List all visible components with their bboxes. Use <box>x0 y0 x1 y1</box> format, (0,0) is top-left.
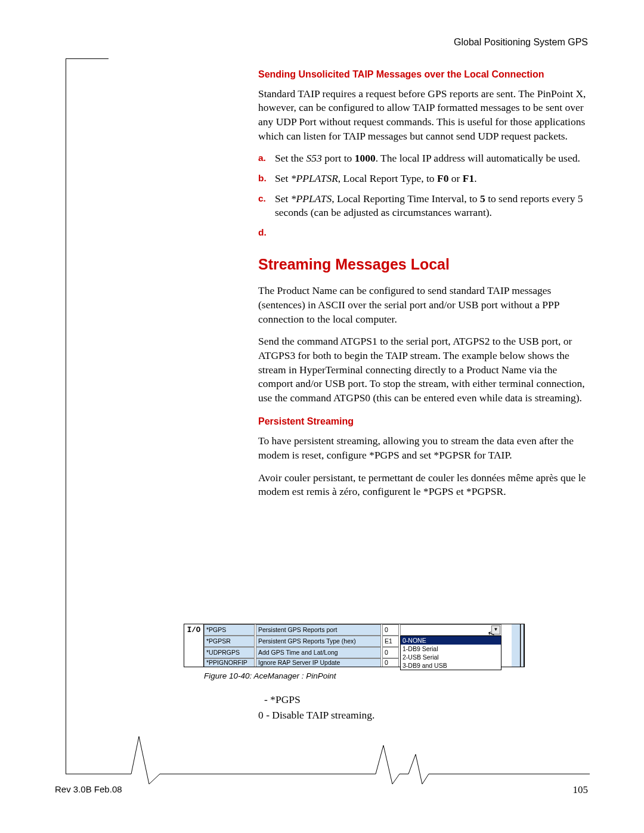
acemanager-screenshot: I/O *PGPS Persistent GPS Reports port 0 … <box>184 624 525 682</box>
combo-dropdown[interactable]: 0-NONE 1-DB9 Serial 2-USB Serial 3-DB9 a… <box>400 636 501 670</box>
list-line: 0 - Disable TAIP streaming. <box>258 708 589 723</box>
param-desc: Persistent GPS Reports Type (hex) <box>256 636 381 647</box>
param-name: *PGPSR <box>204 636 255 647</box>
step-marker: b. <box>258 172 275 186</box>
subsection-heading-taip: Sending Unsolicited TAIP Messages over t… <box>258 69 589 81</box>
ordered-steps: a. Set the S53 port to 1000. The local I… <box>258 151 589 239</box>
combo-option[interactable]: 0-NONE <box>401 636 501 645</box>
screenshot-edge <box>521 624 524 667</box>
page-number: 105 <box>573 784 589 797</box>
body-paragraph: Standard TAIP requires a request before … <box>258 87 589 144</box>
step-a: a. Set the S53 port to 1000. The local I… <box>258 151 589 166</box>
running-header: Global Positioning System GPS <box>454 36 588 49</box>
param-desc: Ignore RAP Server IP Update <box>256 658 381 667</box>
body-paragraph: The Product Name can be configured to se… <box>258 284 589 326</box>
figure-caption: Figure 10-40: AceManager : PinPoint <box>204 671 525 682</box>
frame-rule-vertical <box>66 58 66 774</box>
step-d: d. <box>258 226 589 239</box>
io-column-label: I/O <box>184 624 204 667</box>
param-value: 0 <box>382 647 399 658</box>
param-name: *UDPRGPS <box>204 647 255 658</box>
chevron-down-icon[interactable]: ▼ <box>491 625 500 634</box>
body-paragraph: Send the command ATGPS1 to the serial po… <box>258 335 589 405</box>
list-line: - *PGPS <box>258 693 589 707</box>
combo-option[interactable]: 2-USB Serial <box>401 653 501 661</box>
section-heading-streaming: Streaming Messages Local <box>258 255 589 275</box>
subsection-heading-persistent: Persistent Streaming <box>258 416 589 428</box>
param-value: 0 <box>382 658 399 667</box>
frame-rule-top <box>66 58 109 59</box>
step-marker: c. <box>258 192 275 220</box>
screenshot-side-column <box>512 624 521 667</box>
param-value: E1 <box>382 636 399 647</box>
body-paragraph: To have persistent streaming, allowing y… <box>258 434 589 462</box>
combo-option[interactable]: 1-DB9 Serial <box>401 645 501 653</box>
param-desc: Add GPS Time and Lat/Long <box>256 647 381 658</box>
param-name: *PPIGNORFIP <box>204 658 255 667</box>
footer-revision: Rev 3.0B Feb.08 <box>55 784 122 795</box>
body-paragraph: Avoir couler persistant, te permettant d… <box>258 471 589 499</box>
waveform-decoration <box>66 724 590 784</box>
param-name: *PGPS <box>204 624 255 636</box>
step-marker: d. <box>258 226 275 239</box>
param-value: 0 <box>382 624 399 636</box>
param-new-value-combo[interactable]: ▼ <box>400 624 501 636</box>
step-c: c. Set *PPLATS, Local Reporting Time Int… <box>258 192 589 220</box>
config-row[interactable]: *PGPS Persistent GPS Reports port 0 ▼ <box>204 624 512 636</box>
step-b: b. Set *PPLATSR, Local Report Type, to F… <box>258 172 589 186</box>
step-marker: a. <box>258 151 275 166</box>
param-desc: Persistent GPS Reports port <box>256 624 381 636</box>
combo-option[interactable]: 3-DB9 and USB <box>401 661 501 670</box>
